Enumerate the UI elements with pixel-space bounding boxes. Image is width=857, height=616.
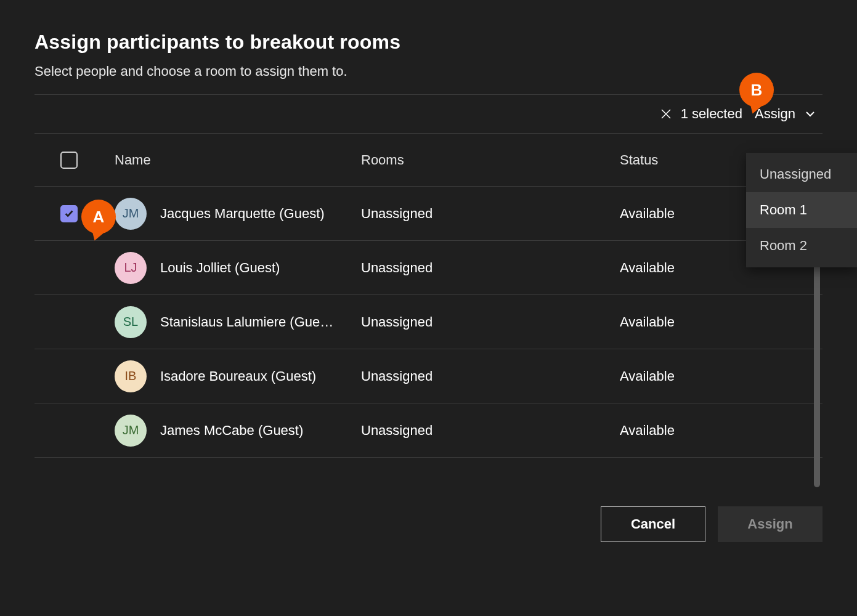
rooms-dropdown-menu: UnassignedRoom 1Room 2 (746, 153, 857, 267)
participant-room: Unassigned (361, 260, 620, 276)
rooms-menu-item[interactable]: Room 2 (746, 228, 857, 264)
table-row[interactable]: IBIsadore Boureaux (Guest)UnassignedAvai… (35, 349, 822, 403)
assign-dropdown-button[interactable]: Assign (755, 106, 822, 122)
rooms-menu-item[interactable]: Unassigned (746, 156, 857, 192)
selected-count-label: 1 selected (681, 106, 742, 122)
participant-name: James McCabe (Guest) (160, 423, 303, 439)
dialog-title: Assign participants to breakout rooms (35, 31, 822, 54)
dialog-footer: Cancel Assign (601, 506, 822, 542)
annotation-a: A (81, 200, 116, 234)
avatar: IB (115, 360, 147, 392)
row-checkbox[interactable] (60, 205, 78, 222)
check-icon (63, 208, 75, 219)
select-all-checkbox[interactable] (60, 152, 78, 169)
table-row[interactable]: JMJacques Marquette (Guest)UnassignedAva… (35, 187, 822, 241)
avatar: LJ (115, 252, 147, 284)
annotation-b: B (739, 73, 774, 107)
assign-button[interactable]: Assign (718, 506, 822, 542)
participant-room: Unassigned (361, 314, 620, 330)
rooms-menu-item[interactable]: Room 1 (746, 192, 857, 228)
avatar: JM (115, 415, 147, 447)
participant-name: Jacques Marquette (Guest) (160, 206, 325, 222)
table-header-row: Name Rooms Status (35, 134, 822, 187)
table-row[interactable]: SLStanislaus Lalumiere (Gue…UnassignedAv… (35, 295, 822, 349)
participant-status: Available (620, 314, 822, 330)
avatar: JM (115, 198, 147, 230)
clear-selection-button[interactable]: 1 selected (660, 106, 742, 122)
table-row[interactable]: LJLouis Jolliet (Guest)UnassignedAvailab… (35, 241, 822, 295)
table-row[interactable]: JMJames McCabe (Guest)UnassignedAvailabl… (35, 403, 822, 458)
participant-name: Stanislaus Lalumiere (Gue… (160, 314, 333, 330)
participants-table: Name Rooms Status JMJacques Marquette (G… (35, 134, 822, 458)
participant-room: Unassigned (361, 423, 620, 439)
close-icon (660, 108, 672, 120)
chevron-down-icon (804, 108, 816, 120)
participant-status: Available (620, 423, 822, 439)
participant-status: Available (620, 368, 822, 384)
cancel-button[interactable]: Cancel (601, 506, 705, 542)
dialog-subtitle: Select people and choose a room to assig… (35, 63, 822, 79)
breakout-assign-dialog: Assign participants to breakout rooms Se… (0, 0, 857, 616)
participant-name: Isadore Boureaux (Guest) (160, 368, 316, 384)
avatar: SL (115, 306, 147, 338)
participant-room: Unassigned (361, 368, 620, 384)
participant-name: Louis Jolliet (Guest) (160, 260, 280, 276)
selection-toolbar: 1 selected Assign (35, 95, 822, 134)
participant-room: Unassigned (361, 206, 620, 222)
col-header-rooms: Rooms (361, 152, 620, 168)
col-header-name: Name (115, 152, 361, 168)
